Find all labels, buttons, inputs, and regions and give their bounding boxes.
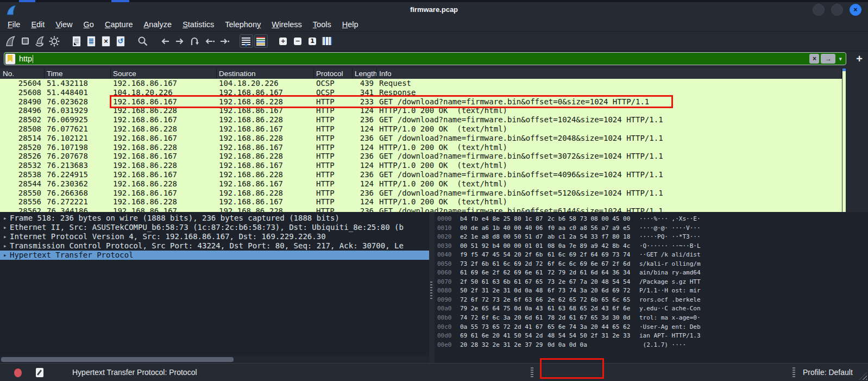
- menu-file[interactable]: File: [2, 17, 26, 32]
- resize-grip-icon[interactable]: [859, 372, 867, 380]
- packet-row-25604[interactable]: 2560451.432118192.168.86.167104.18.20.22…: [0, 79, 842, 88]
- details-scrollbar-thumb[interactable]: [1, 357, 234, 362]
- capture-comment-icon[interactable]: [36, 368, 43, 377]
- column-header-no[interactable]: No.: [0, 68, 45, 79]
- save-file-icon[interactable]: [84, 34, 98, 49]
- packet-row-28556[interactable]: 2855676.272221192.168.86.228192.168.86.1…: [0, 197, 842, 207]
- hex-row-0010[interactable]: 001000 de a6 1b 40 00 40 06f0 aa c0 a8 5…: [435, 224, 868, 233]
- go-back-icon[interactable]: [158, 34, 172, 49]
- detail-line[interactable]: ▸Internet Protocol Version 4, Src: 192.1…: [0, 232, 429, 241]
- detail-line[interactable]: ▸Hypertext Transfer Protocol: [0, 251, 429, 260]
- next-packet-icon[interactable]: [217, 34, 231, 49]
- column-header-protocol[interactable]: Protocol: [314, 68, 353, 79]
- packet-row-28538[interactable]: 2853876.224915192.168.86.167192.168.86.2…: [0, 170, 842, 179]
- go-forward-icon[interactable]: [173, 34, 187, 49]
- detail-line[interactable]: ▸Ethernet II, Src: ASUSTekCOMPU_b6:58:73…: [0, 223, 429, 232]
- display-filter-field[interactable]: http × → ▾: [4, 52, 846, 65]
- close-file-icon[interactable]: ×: [99, 34, 113, 49]
- filter-bookmark-icon[interactable]: [5, 54, 15, 64]
- hex-row-00e0[interactable]: 00e020 28 32 2e 31 2e 37 290d 0a 0d 0a (…: [435, 341, 868, 350]
- hex-row-0000[interactable]: 0000b4 fb e4 8e 25 80 1c 872c b6 58 73 0…: [435, 215, 868, 224]
- maximize-button[interactable]: [831, 4, 843, 16]
- packet-details-pane: ▸Frame 518: 236 bytes on wire (1888 bits…: [0, 212, 429, 356]
- restart-capture-icon[interactable]: [33, 34, 47, 49]
- menu-edit[interactable]: Edit: [26, 17, 50, 32]
- packet-row-28508[interactable]: 2850876.077621192.168.86.228192.168.86.1…: [0, 124, 842, 134]
- menu-capture[interactable]: Capture: [99, 17, 139, 32]
- menu-analyze[interactable]: Analyze: [139, 17, 178, 32]
- close-button[interactable]: ×: [850, 4, 861, 16]
- menu-tools[interactable]: Tools: [307, 17, 337, 32]
- expand-arrow-icon[interactable]: ▸: [3, 251, 10, 260]
- column-header-info[interactable]: Info: [377, 68, 842, 79]
- hex-row-0060[interactable]: 006061 69 6e 2f 62 69 6e 6172 79 2d 61 6…: [435, 268, 868, 278]
- packet-row-28544[interactable]: 2854476.230362192.168.86.228192.168.86.1…: [0, 179, 842, 189]
- expert-info-icon[interactable]: [14, 368, 22, 377]
- pane-splitter-horizontal[interactable]: [523, 210, 538, 212]
- hex-row-0080[interactable]: 008050 2f 31 2e 31 0d 0a 486f 73 74 3a 2…: [435, 286, 868, 296]
- hex-row-00d0[interactable]: 00d069 61 6e 20 41 50 54 2d48 54 54 50 2…: [435, 332, 868, 341]
- expand-arrow-icon[interactable]: ▸: [3, 232, 10, 241]
- expand-arrow-icon[interactable]: ▸: [3, 241, 10, 251]
- annotation-box-packet-count: [540, 358, 604, 379]
- zoom-out-icon[interactable]: −: [291, 34, 305, 49]
- expand-arrow-icon[interactable]: ▸: [3, 214, 10, 223]
- reload-file-icon[interactable]: ↺: [114, 34, 128, 49]
- minimize-button[interactable]: [813, 4, 825, 16]
- menu-help[interactable]: Help: [337, 17, 364, 32]
- details-horizontal-scrollbar[interactable]: [0, 356, 429, 363]
- packet-row-28514[interactable]: 2851476.102121192.168.86.167192.168.86.2…: [0, 134, 842, 143]
- packet-list-scrollbar-minimap[interactable]: [842, 68, 846, 212]
- zoom-in-icon[interactable]: +: [276, 34, 290, 49]
- filter-dropdown-icon[interactable]: ▾: [839, 55, 842, 63]
- hex-row-00c0[interactable]: 00c00a 55 73 65 72 2d 41 6765 6e 74 3a 2…: [435, 323, 868, 332]
- find-packet-icon[interactable]: [136, 34, 150, 49]
- hex-row-0070[interactable]: 00702f 50 61 63 6b 61 67 6573 2e 67 7a 2…: [435, 278, 868, 287]
- statusbar-splitter-handle[interactable]: [792, 367, 795, 378]
- column-header-length[interactable]: Length: [353, 68, 377, 79]
- hex-row-00b0[interactable]: 00b074 72 6f 6c 3a 20 6d 6178 2d 61 67 6…: [435, 314, 868, 323]
- packet-row-28520[interactable]: 2852076.107198192.168.86.228192.168.86.1…: [0, 143, 842, 152]
- menu-statistics[interactable]: Statistics: [177, 17, 219, 32]
- column-header-time[interactable]: Time: [45, 68, 111, 79]
- colorize-icon[interactable]: [254, 34, 268, 49]
- hex-row-0020[interactable]: 0020e2 1e a8 d8 00 50 51 d7ab c1 2a 54 3…: [435, 233, 868, 242]
- menu-wireless[interactable]: Wireless: [266, 17, 307, 32]
- go-to-packet-icon[interactable]: [187, 34, 202, 49]
- expand-arrow-icon[interactable]: ▸: [3, 223, 10, 232]
- packet-row-28502[interactable]: 2850276.069925192.168.86.167192.168.86.2…: [0, 115, 842, 124]
- menu-telephony[interactable]: Telephony: [219, 17, 266, 32]
- pane-splitter-vertical[interactable]: [430, 282, 432, 300]
- menu-go[interactable]: Go: [78, 17, 99, 32]
- auto-scroll-icon[interactable]: ▼: [239, 34, 253, 49]
- capture-options-icon[interactable]: [47, 34, 61, 49]
- filter-input[interactable]: http: [19, 54, 32, 63]
- column-header-source[interactable]: Source: [111, 68, 217, 79]
- detail-line[interactable]: ▸Transmission Control Protocol, Src Port…: [0, 241, 429, 251]
- add-filter-button[interactable]: +: [856, 51, 863, 66]
- packet-row-28526[interactable]: 2852676.207678192.168.86.167192.168.86.2…: [0, 152, 842, 161]
- stop-capture-icon[interactable]: [18, 34, 32, 49]
- status-profile[interactable]: Profile: Default: [803, 364, 853, 381]
- start-capture-icon[interactable]: [3, 34, 17, 49]
- menu-view[interactable]: View: [50, 17, 78, 32]
- hex-row-00a0[interactable]: 00a079 2e 65 64 75 0d 0a 4361 63 68 65 2…: [435, 304, 868, 314]
- column-header-destination[interactable]: Destination: [217, 68, 314, 79]
- filter-apply-button[interactable]: →: [821, 54, 835, 64]
- open-file-icon[interactable]: [70, 34, 84, 49]
- hex-row-0040[interactable]: 0040f9 f5 47 45 54 20 2f 6b61 6c 69 2f 6…: [435, 251, 868, 260]
- packet-row-28532[interactable]: 2853276.213683192.168.86.228192.168.86.1…: [0, 161, 842, 170]
- statusbar-splitter-handle[interactable]: [531, 367, 533, 378]
- titlebar[interactable]: firmware.pcap ×: [0, 2, 868, 17]
- detail-line[interactable]: ▸Frame 518: 236 bytes on wire (1888 bits…: [0, 214, 429, 223]
- packet-row-28550[interactable]: 2855076.266368192.168.86.167192.168.86.2…: [0, 189, 842, 198]
- filter-clear-button[interactable]: ×: [809, 54, 819, 64]
- zoom-original-icon[interactable]: 1: [305, 34, 319, 49]
- hex-row-0030[interactable]: 003000 51 92 b4 00 00 01 0108 0a 7e 89 a…: [435, 242, 868, 251]
- hex-row-0050[interactable]: 005073 2f 6b 61 6c 69 2d 726f 6c 6c 69 6…: [435, 260, 868, 269]
- packet-row-28562[interactable]: 2856276.344186192.168.86.167192.168.86.2…: [0, 207, 842, 212]
- resize-columns-icon[interactable]: [320, 34, 334, 49]
- previous-packet-icon[interactable]: [202, 34, 216, 49]
- hex-row-0090[interactable]: 009072 6f 72 73 2e 6f 63 662e 62 65 72 6…: [435, 296, 868, 305]
- hex-offset: 0000: [437, 215, 454, 224]
